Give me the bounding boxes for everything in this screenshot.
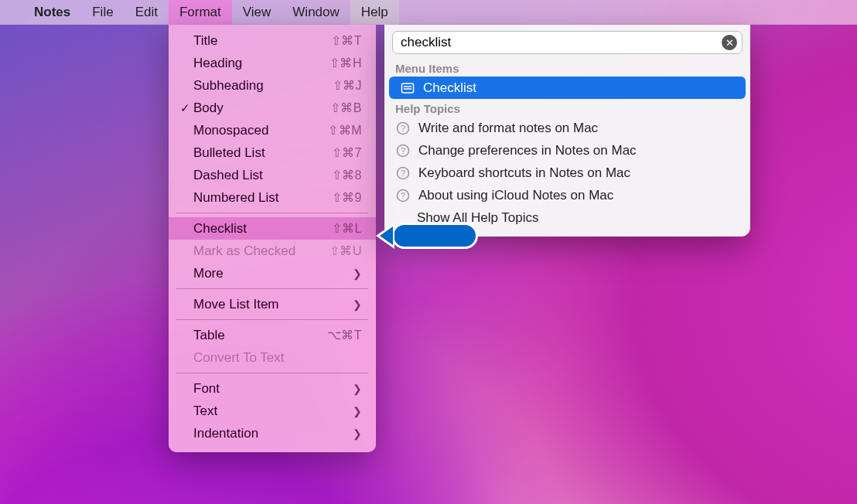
chevron-right-icon: ❯ bbox=[353, 267, 362, 280]
svg-rect-0 bbox=[402, 83, 414, 93]
chevron-right-icon: ❯ bbox=[353, 405, 362, 417]
shortcut-label: ⇧⌘M bbox=[328, 123, 362, 138]
menu-label: Title bbox=[192, 33, 331, 49]
shortcut-label: ⇧⌘7 bbox=[332, 145, 362, 160]
format-table[interactable]: Table⌥⌘T bbox=[169, 324, 376, 346]
help-pointer-arrow bbox=[376, 223, 478, 249]
menu-label: Heading bbox=[192, 56, 329, 71]
menu-label: Bulleted List bbox=[192, 145, 332, 161]
menu-label: Checklist bbox=[192, 221, 332, 237]
format-dashed-list[interactable]: Dashed List⇧⌘8 bbox=[169, 164, 376, 186]
menubar-app[interactable]: Notes bbox=[23, 0, 81, 25]
question-icon: ? bbox=[395, 189, 411, 203]
shortcut-label: ⇧⌘8 bbox=[332, 168, 362, 182]
menu-label: Move List Item bbox=[192, 297, 353, 312]
help-panel: ✕ Menu Items Checklist Help Topics ?Writ… bbox=[384, 25, 750, 237]
menu-label: Subheading bbox=[192, 78, 333, 94]
shortcut-label: ⇧⌘H bbox=[329, 56, 362, 70]
menubar-view[interactable]: View bbox=[232, 0, 282, 25]
help-section-menu-items: Menu Items bbox=[384, 59, 750, 77]
help-section-topics: Help Topics bbox=[384, 99, 750, 117]
help-search-input[interactable] bbox=[401, 35, 722, 50]
menubar-help[interactable]: Help bbox=[350, 0, 399, 25]
menubar-window[interactable]: Window bbox=[282, 0, 350, 25]
help-topic[interactable]: ?About using iCloud Notes on Mac bbox=[384, 184, 750, 206]
format-subheading[interactable]: Subheading⇧⌘J bbox=[169, 74, 376, 97]
menu-label: Font bbox=[192, 381, 353, 397]
shortcut-label: ⇧⌘B bbox=[330, 100, 362, 115]
menubar-format[interactable]: Format bbox=[169, 0, 232, 25]
help-topic-label: Write and format notes on Mac bbox=[418, 121, 598, 136]
shortcut-label: ⇧⌘L bbox=[332, 221, 362, 236]
question-icon: ? bbox=[395, 144, 411, 158]
help-topic[interactable]: ?Change preferences in Notes on Mac bbox=[384, 139, 750, 162]
menubar-file[interactable]: File bbox=[81, 0, 124, 25]
svg-text:?: ? bbox=[401, 124, 405, 133]
checkmark-icon: ✓ bbox=[178, 101, 192, 115]
format-numbered-list[interactable]: Numbered List⇧⌘9 bbox=[169, 186, 376, 209]
shortcut-label: ⇧⌘T bbox=[331, 33, 362, 48]
help-search-field[interactable]: ✕ bbox=[392, 31, 743, 54]
format-menu: Title⇧⌘THeading⇧⌘HSubheading⇧⌘J✓Body⇧⌘BM… bbox=[169, 25, 376, 452]
format-indentation[interactable]: Indentation❯ bbox=[169, 422, 376, 444]
format-heading[interactable]: Heading⇧⌘H bbox=[169, 52, 376, 74]
help-topic-label: About using iCloud Notes on Mac bbox=[418, 188, 613, 203]
format-more[interactable]: More❯ bbox=[169, 262, 376, 284]
svg-text:?: ? bbox=[401, 146, 405, 155]
menu-label: Text bbox=[192, 404, 353, 419]
format-convert-to-text: Convert To Text bbox=[169, 346, 376, 369]
menu-label: Mark as Checked bbox=[192, 243, 329, 259]
menu-label: Indentation bbox=[192, 426, 353, 441]
menu-label: Monospaced bbox=[192, 123, 328, 138]
format-bulleted-list[interactable]: Bulleted List⇧⌘7 bbox=[169, 141, 376, 164]
help-result-label: Checklist bbox=[423, 80, 476, 96]
format-body[interactable]: ✓Body⇧⌘B bbox=[169, 97, 376, 119]
help-topic-label: Change preferences in Notes on Mac bbox=[418, 143, 637, 158]
format-checklist[interactable]: Checklist⇧⌘L bbox=[169, 217, 376, 240]
shortcut-label: ⇧⌘U bbox=[329, 243, 362, 258]
clear-search-icon[interactable]: ✕ bbox=[722, 35, 737, 50]
menu-label: Convert To Text bbox=[192, 350, 362, 366]
help-topic-label: Keyboard shortcuts in Notes on Mac bbox=[418, 165, 630, 181]
help-result-checklist[interactable]: Checklist bbox=[389, 77, 746, 99]
menu-item-icon bbox=[400, 81, 415, 95]
menu-label: Numbered List bbox=[192, 190, 332, 206]
format-title[interactable]: Title⇧⌘T bbox=[169, 29, 376, 52]
shortcut-label: ⌥⌘T bbox=[327, 328, 362, 342]
menu-label: Dashed List bbox=[192, 168, 332, 183]
format-move-list-item[interactable]: Move List Item❯ bbox=[169, 293, 376, 315]
chevron-right-icon: ❯ bbox=[353, 383, 362, 395]
format-font[interactable]: Font❯ bbox=[169, 377, 376, 400]
format-text[interactable]: Text❯ bbox=[169, 400, 376, 422]
format-mark-as-checked: Mark as Checked⇧⌘U bbox=[169, 240, 376, 262]
menu-label: Body bbox=[192, 100, 330, 116]
chevron-right-icon: ❯ bbox=[353, 427, 362, 440]
help-topic[interactable]: ?Keyboard shortcuts in Notes on Mac bbox=[384, 162, 750, 184]
svg-text:?: ? bbox=[401, 169, 405, 178]
menu-label: More bbox=[192, 266, 353, 281]
svg-text:?: ? bbox=[401, 191, 405, 200]
help-topic[interactable]: ?Write and format notes on Mac bbox=[384, 117, 750, 139]
format-monospaced[interactable]: Monospaced⇧⌘M bbox=[169, 119, 376, 141]
chevron-right-icon: ❯ bbox=[353, 298, 362, 311]
shortcut-label: ⇧⌘9 bbox=[332, 190, 362, 205]
question-icon: ? bbox=[395, 166, 411, 180]
shortcut-label: ⇧⌘J bbox=[333, 78, 363, 93]
question-icon: ? bbox=[395, 121, 411, 135]
menubar-edit[interactable]: Edit bbox=[125, 0, 169, 25]
menu-label: Table bbox=[192, 328, 327, 343]
menubar: Notes File Edit Format View Window Help bbox=[0, 0, 857, 25]
